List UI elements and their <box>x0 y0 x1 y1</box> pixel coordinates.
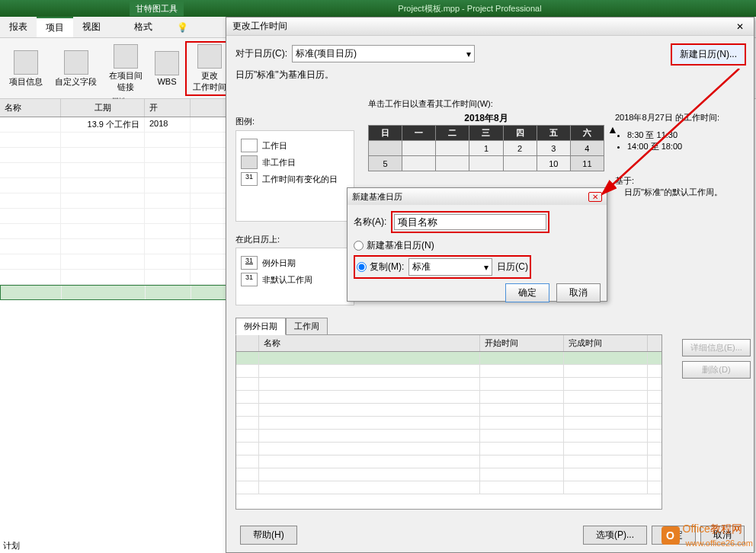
cal-cell[interactable] <box>436 156 469 171</box>
table-row[interactable] <box>0 148 229 163</box>
changed-swatch: 31 <box>241 172 258 186</box>
table-row[interactable] <box>0 209 229 224</box>
custom-fields-button[interactable]: 自定义字段 <box>49 41 103 96</box>
cal-day-sat: 六 <box>570 126 604 141</box>
legend-nondefault: 非默认工作周 <box>262 274 312 286</box>
work-time-1: 8:30 至 11:30 <box>627 129 745 141</box>
name-input[interactable] <box>394 214 546 230</box>
watermark-url: www.office26.com <box>686 539 753 548</box>
col-name[interactable]: 名称 <box>0 99 61 117</box>
cal-cell[interactable] <box>402 156 436 171</box>
between-projects-button[interactable]: 在项目间 链接 <box>103 41 149 96</box>
watermark-brand1: Office <box>683 523 710 535</box>
cal-cell[interactable] <box>469 156 503 171</box>
legend-box-2: 31例外日期 31非默认工作周 <box>235 248 354 305</box>
table-row[interactable] <box>0 239 229 254</box>
change-work-time-label: 更改 工作时间 <box>193 70 226 93</box>
between-projects-label: 在项目间 链接 <box>109 70 143 93</box>
watermark-brand2: 教程网 <box>710 523 742 535</box>
tab-format[interactable]: 格式 <box>125 18 162 37</box>
new-base-radio[interactable] <box>354 241 364 251</box>
cal-cell[interactable]: 4 <box>570 141 604 156</box>
work-day-swatch <box>241 139 258 152</box>
table-row[interactable] <box>0 163 229 178</box>
grid-row[interactable] <box>236 352 662 365</box>
cal-day-mon: 一 <box>402 126 436 141</box>
close-icon[interactable]: ✕ <box>588 192 602 202</box>
copy-from-combo[interactable]: 标准 <box>408 258 492 276</box>
inner-dialog-title: 新建基准日历 <box>352 191 402 203</box>
table-row-selected[interactable] <box>0 285 229 300</box>
for-calendar-combo[interactable]: 标准(项目日历) <box>292 45 475 62</box>
grid-row[interactable] <box>236 378 662 391</box>
for-calendar-value: 标准(项目日历) <box>296 47 357 60</box>
copy-radio[interactable] <box>357 262 367 272</box>
grid-col-start[interactable]: 开始时间 <box>480 335 564 351</box>
table-row[interactable] <box>0 133 229 148</box>
legend-non-work-day: 非工作日 <box>262 157 296 168</box>
table-row[interactable] <box>0 270 229 285</box>
tab-view[interactable]: 视图 <box>73 18 110 37</box>
tab-work-weeks[interactable]: 工作周 <box>286 318 328 335</box>
work-time-2: 14:00 至 18:00 <box>627 141 745 152</box>
help-button[interactable]: 帮助(H) <box>240 526 297 545</box>
dialog-title: 更改工作时间 <box>232 20 287 33</box>
table-row[interactable] <box>0 178 229 193</box>
grid-col-finish[interactable]: 完成时间 <box>564 335 648 351</box>
watermark-logo-icon: O <box>662 526 680 545</box>
col-start[interactable]: 开 <box>145 99 191 117</box>
cal-cell[interactable]: 1 <box>469 141 503 156</box>
table-row[interactable]: 13.9 个工作日 2018 <box>0 117 229 133</box>
watermark: O Office教程网 www.office26.com <box>662 523 753 548</box>
tell-me-icon[interactable]: 💡 <box>177 22 188 33</box>
grid-col-name[interactable]: 名称 <box>259 335 480 351</box>
tab-project[interactable]: 项目 <box>37 17 73 37</box>
cal-cell[interactable] <box>369 141 402 156</box>
tab-report[interactable]: 报表 <box>0 18 37 37</box>
project-info-button[interactable]: 项目信息 <box>3 41 49 96</box>
grid-row[interactable] <box>236 456 662 468</box>
calendar-month-title: 2018年8月 <box>368 112 604 125</box>
close-icon[interactable]: ✕ <box>732 21 748 32</box>
sheet-header: 名称 工期 开 <box>0 99 229 117</box>
grid-row[interactable] <box>236 443 662 456</box>
grid-row[interactable] <box>236 404 662 417</box>
grid-row[interactable] <box>236 468 662 481</box>
cal-cell[interactable] <box>402 141 436 156</box>
grid-row[interactable] <box>236 365 662 378</box>
options-button[interactable]: 选项(P)... <box>583 526 647 545</box>
table-row[interactable] <box>0 193 229 209</box>
wbs-icon <box>155 51 179 75</box>
nondefault-swatch: 31 <box>241 273 258 286</box>
grid-row[interactable] <box>236 481 662 494</box>
cal-cell[interactable]: 11 <box>570 156 604 171</box>
wbs-button[interactable]: WBS <box>149 41 185 96</box>
cal-cell[interactable]: 10 <box>537 156 570 171</box>
cal-cell[interactable]: 2 <box>503 141 537 156</box>
cal-cell[interactable]: 5 <box>369 156 402 171</box>
calendar-suffix-label: 日历(C) <box>497 261 528 273</box>
based-on-label: 基于: <box>615 175 745 187</box>
exception-swatch: 31 <box>241 256 258 270</box>
details-button[interactable]: 详细信息(E)... <box>682 339 751 356</box>
new-calendar-button[interactable]: 新建日历(N)... <box>671 43 746 66</box>
plan-label: 计划 <box>3 540 20 551</box>
dialog-title-bar[interactable]: 更改工作时间 ✕ <box>226 18 754 36</box>
grid-row[interactable] <box>236 417 662 430</box>
col-duration[interactable]: 工期 <box>61 99 145 117</box>
tab-exceptions[interactable]: 例外日期 <box>235 318 286 335</box>
exceptions-grid: 名称 开始时间 完成时间 <box>235 334 662 510</box>
cal-cell[interactable]: 3 <box>537 141 570 156</box>
delete-button[interactable]: 删除(D) <box>682 361 751 379</box>
table-row[interactable] <box>0 224 229 239</box>
table-row[interactable] <box>0 254 229 270</box>
legend-work-day: 工作日 <box>262 140 287 152</box>
custom-fields-icon <box>64 50 88 75</box>
grid-row[interactable] <box>236 430 662 443</box>
cal-cell[interactable] <box>503 156 537 171</box>
inner-cancel-button[interactable]: 取消 <box>556 283 601 302</box>
cal-cell[interactable] <box>436 141 469 156</box>
inner-dialog-title-bar[interactable]: 新建基准日历 ✕ <box>348 188 607 205</box>
inner-ok-button[interactable]: 确定 <box>505 283 549 302</box>
grid-row[interactable] <box>236 391 662 404</box>
